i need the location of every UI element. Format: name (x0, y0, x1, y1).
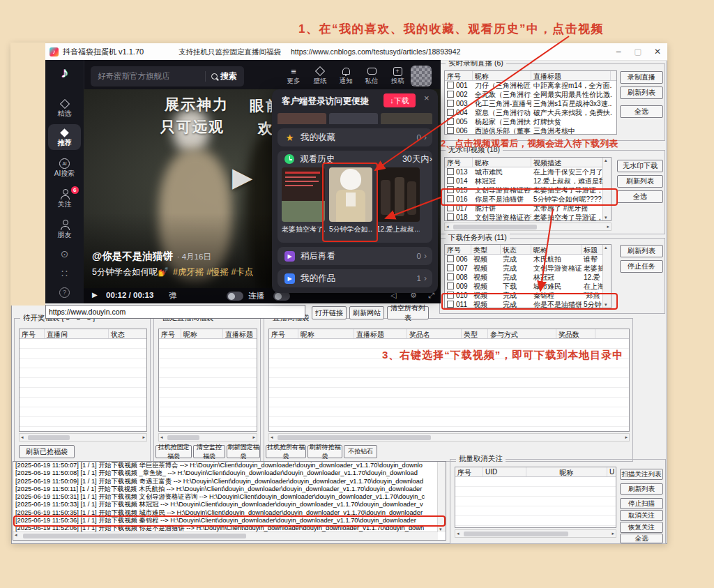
restore-follow-button[interactable]: 恢复关注 (620, 522, 663, 533)
horizontal-scrollbar[interactable] (444, 223, 612, 231)
select-all-button[interactable]: 全选 (617, 190, 663, 203)
row-checkbox[interactable] (447, 213, 454, 220)
refresh-list-button[interactable]: 刷新列表 (620, 86, 663, 99)
table-row[interactable]: 004 窒息（三角洲行动） 破产大兵来找我，免费扶... (445, 108, 616, 117)
table-row[interactable]: 018 文创导游资格证咨询 老婆抽空考了导游证，收... (445, 213, 611, 221)
clear-monitor-bags-button[interactable]: 清空监控福袋 (193, 445, 225, 458)
open-link-button[interactable]: 打开链接 (312, 306, 347, 319)
horizontal-scrollbar[interactable] (13, 532, 438, 540)
sidebar-item-follow[interactable]: 关注 6 (48, 188, 81, 209)
row-checkbox[interactable] (447, 100, 454, 107)
table-row[interactable]: 010 视频 完成 秦锦程 "郑燕 (445, 291, 611, 300)
table-row[interactable]: 006 西游俱乐部（董事... 三角洲考核中 (445, 126, 616, 135)
refresh-pending-bags-button[interactable]: 刷新待抢福袋 (307, 445, 342, 458)
video-author[interactable]: @你是不是油猫饼· 4月16日 (92, 250, 211, 263)
table-row[interactable]: 014 林冠冠 12.爱上叔叔，难道是我... (445, 176, 611, 186)
row-checkbox[interactable] (447, 109, 454, 116)
horizontal-scrollbar[interactable] (158, 433, 257, 442)
nav-wallpaper[interactable]: 壁纸 (307, 66, 333, 84)
maximize-button[interactable]: ▢ (628, 43, 648, 60)
row-checkbox[interactable] (447, 195, 454, 202)
row-checkbox[interactable] (447, 186, 454, 193)
minimize-button[interactable]: – (609, 43, 628, 60)
row-checkbox[interactable] (447, 118, 454, 125)
refresh-list-button[interactable]: 刷新列表 (620, 483, 663, 495)
clear-all-lists-button[interactable]: 清空所有列表 (387, 306, 429, 319)
horizontal-scrollbar[interactable] (19, 433, 147, 442)
stop-scan-button[interactable]: 停止扫描 (620, 498, 663, 509)
close-button[interactable]: ✕ (648, 43, 667, 60)
vertical-scrollbar[interactable] (437, 462, 446, 532)
client-download-button[interactable]: ↓下载 (383, 93, 416, 107)
download-no-watermark-button[interactable]: 无水印下载 (617, 160, 663, 172)
vertical-scrollbar[interactable] (602, 158, 611, 220)
refresh-site-button[interactable]: 刷新网站 (349, 306, 384, 319)
horizontal-scrollbar[interactable] (455, 529, 616, 538)
scan-follow-list-button[interactable]: 扫描关注列表 (620, 469, 663, 480)
table-row[interactable]: 002 全无敌（三角洲行... 全网最实用最具性价比激... (445, 90, 616, 99)
table-row[interactable]: 017 脆汁饼 太带感了 #虎牙摇 (445, 204, 611, 213)
row-checkbox[interactable] (447, 204, 454, 211)
sidebar-item-live[interactable]: ⊙ (48, 250, 81, 259)
nav-messages[interactable]: 私信 (359, 66, 384, 84)
search-button[interactable]: 搜索 (211, 70, 244, 82)
row-checkbox[interactable] (447, 264, 454, 271)
refresh-grabbed-bags-button[interactable]: 刷新已抢福袋 (19, 445, 75, 458)
skip-diamond-button[interactable]: 不抢钻石 (344, 445, 377, 458)
row-checkbox[interactable] (447, 273, 454, 280)
watch-history-row[interactable]: 观看历史 30天内 › (278, 151, 432, 167)
vertical-scrollbar[interactable] (602, 245, 611, 308)
autoplay-toggle[interactable] (227, 292, 243, 301)
refresh-list-button[interactable]: 刷新列表 (620, 245, 663, 257)
row-checkbox[interactable] (447, 82, 454, 89)
my-favorites-row[interactable]: ★ 我的收藏 0 › (278, 128, 432, 146)
sidebar-item-featured[interactable]: 精选 (48, 98, 81, 118)
horizontal-scrollbar[interactable] (268, 433, 630, 442)
nav-more[interactable]: ≡更多 (281, 66, 306, 84)
sidebar-item-help[interactable]: ? (48, 287, 81, 298)
avatar[interactable] (411, 66, 432, 86)
row-checkbox[interactable] (447, 168, 454, 175)
table-row[interactable]: 006 视频 完成 木氏航拍 谁帮 (445, 255, 611, 264)
table-row[interactable]: 013 城市难民 在上海干保安三个月了，... (445, 167, 611, 176)
history-video-thumbnail[interactable] (282, 167, 325, 222)
record-live-button[interactable]: 录制直播 (620, 71, 663, 84)
table-row[interactable]: 008 视频 完成 林冠冠 12.爱 (445, 273, 611, 282)
danmaku-icon[interactable]: 弹 (169, 291, 177, 301)
sidebar-item-friends[interactable]: 朋友 (48, 219, 81, 239)
url-input[interactable] (45, 305, 305, 319)
sidebar-item-ai-search[interactable]: AI AI搜索 (48, 158, 81, 178)
sidebar-item-recommend[interactable]: 推荐 (48, 124, 81, 150)
table-row[interactable]: 007 视频 完成 文创导游资格证咨询 老婆抽 (445, 264, 611, 273)
close-icon[interactable]: × (424, 93, 430, 103)
table-row[interactable]: 016 你是不是油猫饼 5分钟学会如何呢???? #... (445, 195, 611, 204)
table-row[interactable]: 001 刀仔（三角洲枪匠... 中距离拿捏m14，全方面... (445, 81, 616, 90)
row-checkbox[interactable] (447, 282, 454, 289)
unfollow-button[interactable]: 取消关注 (620, 510, 663, 521)
play-icon[interactable]: ▶ (232, 162, 252, 193)
stop-task-button[interactable]: 停止任务 (620, 260, 663, 273)
nav-upload[interactable]: +投稿 (385, 66, 410, 84)
row-checkbox[interactable] (447, 292, 454, 299)
auto-grab-all-bags-button[interactable]: 挂机抢所有福袋 (266, 445, 306, 458)
row-checkbox[interactable] (447, 177, 454, 184)
row-checkbox[interactable] (447, 91, 454, 98)
my-works-row[interactable]: ▶ 我的作品 1 › (278, 269, 432, 287)
row-checkbox[interactable] (447, 127, 454, 134)
nav-notifications[interactable]: 通知 (333, 66, 358, 84)
history-video-thumbnail[interactable] (377, 167, 420, 222)
sidebar-item-apps[interactable]: ∷ (48, 269, 81, 279)
table-row[interactable]: 015 文创导游资格证咨询 老婆抽空考了导游证，收... (445, 186, 611, 195)
refresh-fixed-bags-button[interactable]: 刷新固定福袋 (227, 445, 260, 458)
select-all-button[interactable]: 全选 (620, 534, 663, 543)
table-row[interactable]: 005 杨起家（三角洲扶... 灯牌扶贫 (445, 117, 616, 126)
refresh-list-button[interactable]: 刷新列表 (617, 175, 663, 188)
row-checkbox[interactable] (447, 255, 454, 262)
table-row[interactable]: 009 视频 下载 城市难民 在上海 (445, 282, 611, 291)
table-row[interactable]: 003 化工三角洲-直播号 三角洲s1百星战神3x3速... (445, 99, 616, 108)
watch-later-row[interactable]: ▶ 稍后再看 0 › (278, 247, 432, 265)
history-video-thumbnail[interactable] (329, 167, 372, 222)
pause-play-icon[interactable]: ▶ (92, 291, 98, 299)
search-bar[interactable]: 好奇蜜斯官方旗舰店 搜索 (91, 66, 244, 86)
auto-grab-fixed-bags-button[interactable]: 挂机抢固定福袋 (155, 445, 192, 458)
